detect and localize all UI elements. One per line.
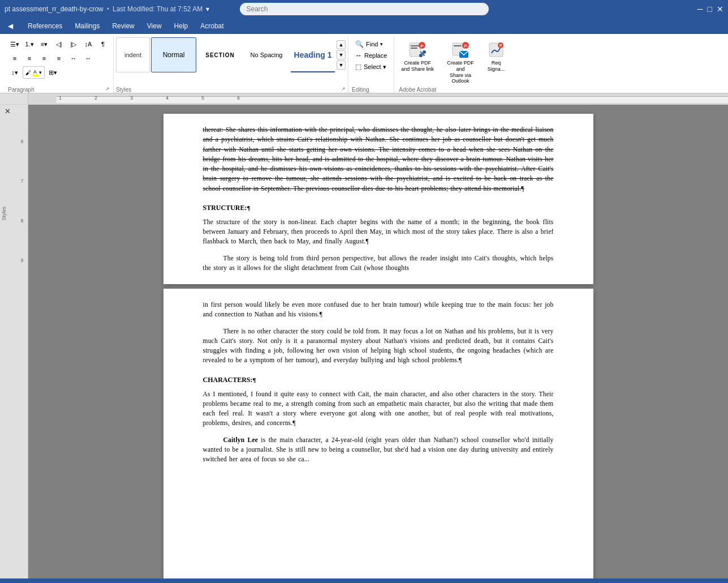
menu-bar: ◀ References Mailings Review View Help A… [0,18,728,34]
editing-label: Editing [352,87,369,93]
justify-button[interactable]: ≡ [52,52,66,65]
create-pdf-sharelink-button[interactable]: P Create PDFand Share link [399,38,436,75]
request-signature-label: ReqSigna... [488,60,505,72]
search-bar[interactable] [240,3,489,15]
styles-scroll-down[interactable]: ▼ [337,50,346,59]
paragraph-1: thereat: She shares this information wit… [203,125,554,194]
paragraph-pov: The story is being told from third perso… [203,254,554,273]
style-normal[interactable]: Normal [151,37,196,72]
styles-scroll-up[interactable]: ▲ [337,40,346,49]
style-indent[interactable]: indent [116,37,150,72]
left-panel: ✕ 6 7 8 9 Styles [0,105,28,578]
word-page-top[interactable]: thereat: She shares this information wit… [163,114,593,284]
find-arrow[interactable]: ▾ [380,41,383,47]
svg-rect-2 [411,48,417,49]
line-spacing-button[interactable]: ↕▾ [8,66,21,79]
ruler-mark-4: 4 [166,95,169,101]
acrobat-buttons: P Create PDFand Share link [399,38,507,87]
request-signature-button[interactable]: P ReqSigna... [485,38,507,75]
align-left-button[interactable]: ≡ [8,52,21,65]
dropdown-arrow[interactable]: ▾ [206,5,209,13]
paragraph-characters-heading: CHARACTERS: [203,375,554,385]
menu-item-file[interactable]: ◀ [2,20,19,32]
acrobat-label: Adobe Acrobat [399,87,436,93]
menu-item-acrobat[interactable]: Acrobat [195,20,229,32]
decrease-indent-button[interactable]: ◁| [52,37,66,51]
styles-arrows: ▲ ▼ ▼ [337,40,346,70]
align-center-button[interactable]: ≡ [23,52,36,65]
window-close[interactable]: ✕ [717,5,723,14]
menu-item-view[interactable]: View [141,20,167,32]
select-button[interactable]: ⬚ Select ▾ [352,61,390,72]
paragraph-structure-body: The structure of the story is non-linear… [203,217,554,247]
menu-item-references[interactable]: References [22,20,68,32]
ruler-mark-1: 1 [59,95,62,101]
svg-text:P: P [464,44,467,49]
create-pdf-sharelink-icon: P [408,41,427,59]
style-nospacing-label: No Spacing [251,52,283,58]
app-title: pt assessment_rr_death-by-crow [5,5,104,13]
select-label: Select ▾ [364,63,386,71]
style-nospacing[interactable]: No Spacing [244,37,289,72]
replace-icon: ↔ [355,52,362,59]
window-minimize[interactable]: ─ [697,5,703,14]
sort-button[interactable]: ↕A [81,37,95,51]
borders-button[interactable]: ⊞▾ [46,66,59,79]
create-pdf-outlook-button[interactable]: P Create PDF andShare via Outlook [441,38,480,87]
ruler-mark-6: 6 [237,95,240,101]
numbering-button[interactable]: 1.▾ [23,37,36,51]
find-label: Find [366,41,378,48]
paragraph-caitlyn-lee: Caitlyn Lee is the main character, a 24-… [203,435,554,465]
ruler-num-7: 7 [20,178,23,184]
vertical-ruler: 6 7 8 9 [16,105,28,297]
bullets-button[interactable]: ☰▾ [8,37,21,51]
paragraph-structure-heading: STRUCTURE: [203,203,554,213]
panel-close-icon[interactable]: ✕ [5,107,25,115]
style-heading-label: Heading 1 [294,50,332,59]
highlight-color-button[interactable]: 🖌A▾ [23,66,45,79]
replace-button[interactable]: ↔ Replace [352,50,390,61]
select-icon: ⬚ [355,63,361,71]
multilevel-button[interactable]: ≡▾ [37,37,51,51]
editing-group: 🔍 Find ▾ ↔ Replace ⬚ Select ▾ Editing [348,36,394,93]
align-right-button[interactable]: ≡ [37,52,51,65]
menu-item-help[interactable]: Help [169,20,194,32]
menu-item-mailings[interactable]: Mailings [69,20,105,32]
rtl-button[interactable]: ↔ [81,52,95,65]
style-section-label: SECTION [205,52,234,58]
paragraph-group: ☰▾ 1.▾ ≡▾ ◁| |▷ ↕A ¶ ≡ ≡ ≡ ≡ ↔ ↔ ↕▾ [5,36,114,93]
horizontal-ruler: 1 2 3 4 5 6 [0,93,728,105]
styles-collapse[interactable]: ↗ [341,86,346,92]
svg-point-6 [419,54,423,57]
find-button[interactable]: 🔍 Find ▾ [352,38,390,50]
styles-scroll-container: indent Normal SECTION No Spacing Heading… [116,37,346,72]
increase-indent-button[interactable]: |▷ [67,37,80,51]
replace-label: Replace [364,52,387,59]
window-maximize[interactable]: □ [708,5,712,14]
styles-group: indent Normal SECTION No Spacing Heading… [114,36,348,93]
request-signature-icon: P [487,41,505,59]
paragraph-collapse[interactable]: ↗ [105,86,110,92]
menu-item-review[interactable]: Review [106,20,140,32]
status-bar: Track Changes: Off Text Predictions: On … [0,578,728,583]
para-row-1: ☰▾ 1.▾ ≡▾ ◁| |▷ ↕A ¶ [8,37,110,51]
paragraph-label: Paragraph [8,87,35,93]
last-modified: Last Modified: Thu at 7:52 AM [113,5,203,13]
acrobat-group: P Create PDFand Share link [394,36,512,93]
ruler-main: 1 2 3 4 5 6 [28,93,728,104]
style-section[interactable]: SECTION [197,37,243,72]
search-input[interactable] [240,3,489,15]
title-separator: • [107,5,109,13]
create-pdf-outlook-icon: P [451,41,469,59]
doc-scroll-area[interactable]: thereat: She shares this information wit… [28,105,728,578]
ruler-mark-3: 3 [130,95,133,101]
find-icon: 🔍 [355,40,364,48]
ltr-button[interactable]: ↔ [67,52,80,65]
word-page-bottom[interactable]: in first person would likely be even mor… [163,289,593,578]
show-formatting-button[interactable]: ¶ [96,37,110,51]
style-normal-label: Normal [163,51,185,59]
ribbon-row: ☰▾ 1.▾ ≡▾ ◁| |▷ ↕A ¶ ≡ ≡ ≡ ≡ ↔ ↔ ↕▾ [0,34,728,93]
style-heading1[interactable]: Heading 1 [290,37,335,72]
ruler-num-9: 9 [20,258,23,263]
styles-expand[interactable]: ▼ [337,61,346,70]
